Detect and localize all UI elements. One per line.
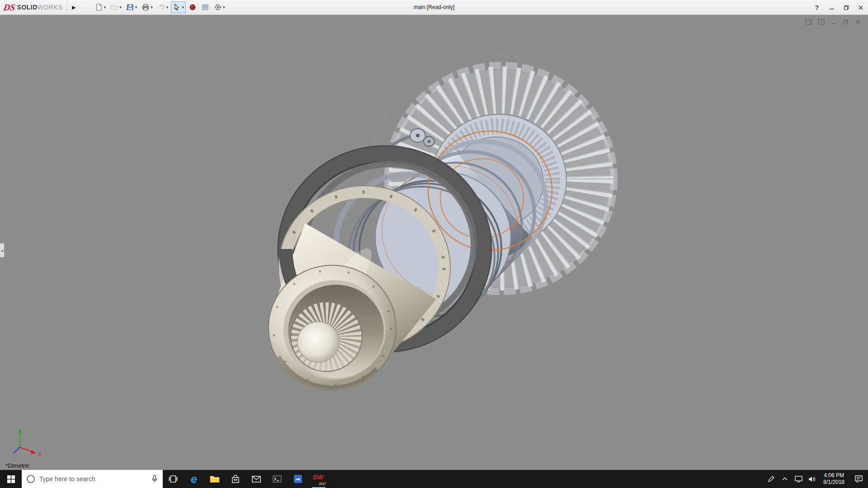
restore-icon [844,5,849,10]
view-orientation-label: *Dimetric [5,462,29,469]
tray-expand-caret-icon [782,477,788,481]
close-icon [858,5,863,10]
search-input[interactable] [39,475,147,483]
cortana-circle-icon [26,474,35,483]
action-center-icon [855,475,863,483]
sw-badge-year: 2017 [319,482,326,485]
new-document-icon [95,3,103,11]
child-minimize-icon [830,19,836,25]
ds-logo-icon: DS [3,2,16,13]
system-tray: 4:06 PM 8/1/2018 [764,470,868,488]
child-window-controls [805,18,862,25]
select-button[interactable]: ▾ [171,1,186,13]
console-icon [273,475,282,483]
windows-taskbar: e SW 2017 4:06 PM 8 [0,470,868,488]
taskbar-clock[interactable]: 4:06 PM 8/1/2018 [819,472,849,486]
clock-time: 4:06 PM [823,472,844,479]
store-icon [231,475,240,483]
pen-settings-button[interactable] [764,470,778,488]
close-button[interactable] [854,0,868,15]
caret-down-icon[interactable]: ▾ [119,5,122,9]
child-pane2-button[interactable] [817,18,825,25]
taskbar-solidworks-button[interactable]: SW 2017 [308,470,329,488]
document-title: main [Read-only] [414,4,455,10]
volume-button[interactable] [805,470,819,488]
windows-start-icon [7,475,15,483]
caret-down-icon[interactable]: ▾ [166,5,169,9]
minimize-icon [829,5,835,10]
volume-icon [808,476,816,483]
microphone-icon[interactable] [151,475,158,483]
taskbar-blue-app-button[interactable] [288,470,308,488]
caret-down-icon[interactable]: ▾ [135,5,137,9]
orientation-triad[interactable]: X [8,426,49,457]
new-document-button[interactable]: ▾ [93,1,108,13]
menu-flyout-arrow-icon[interactable]: ▶ [67,0,80,14]
task-view-icon [169,475,178,483]
evaluate-button[interactable] [199,1,211,13]
child-restore-icon [843,19,849,25]
pane-split-icon [818,19,825,25]
triad-z-axis [14,447,20,453]
task-view-button[interactable] [163,470,184,488]
minimize-button[interactable] [825,0,839,15]
pane-icon [806,19,812,25]
action-center-button[interactable] [849,470,868,488]
brand-works: WORKS [38,4,62,11]
taskbar-search[interactable] [22,470,163,488]
taskbar-edge-button[interactable]: e [184,470,204,488]
graphics-area[interactable]: ◀ X *Dimetric [0,15,868,470]
clock-date: 8/1/2018 [823,479,844,486]
triad-x-axis [20,447,33,452]
child-close-button[interactable] [854,18,862,25]
display-status-button[interactable] [792,470,805,488]
pen-icon [768,475,775,483]
sw-badge-text: SW [312,473,323,481]
blue-app-icon [293,474,302,483]
help-button[interactable]: ? [809,4,825,11]
undo-icon [157,3,165,11]
child-minimize-button[interactable] [829,18,837,25]
solidworks-app-icon: SW 2017 [312,473,325,485]
child-close-icon [855,19,861,25]
brand-solid: SOLID [17,4,38,11]
triad-x-label: X [38,451,42,457]
panel-collapse-arrow-icon: ◀ [1,249,3,252]
titlebar: DS SOLIDWORKS ▶ ▾ ▾ ▾ ▾ ▾ ▾ [0,0,868,15]
caret-down-icon[interactable]: ▾ [223,5,225,9]
child-restore-button[interactable] [841,18,849,25]
standard-toolbar: ▾ ▾ ▾ ▾ ▾ ▾ ▾ [93,1,227,13]
panel-flyout-tab[interactable]: ◀ [0,243,5,258]
solidworks-logo: DS SOLIDWORKS [0,0,67,14]
file-explorer-icon [210,475,220,483]
save-icon [126,3,134,11]
evaluate-grid-icon [201,3,209,11]
restore-button[interactable] [839,0,854,15]
child-pane-button[interactable] [805,18,813,25]
caret-down-icon[interactable]: ▾ [182,5,184,9]
start-button[interactable] [0,470,22,488]
mail-icon [252,476,261,483]
edge-icon: e [191,473,197,485]
taskbar-console-button[interactable] [267,470,288,488]
taskbar-mail-button[interactable] [246,470,267,488]
open-button[interactable]: ▾ [108,1,123,13]
caret-down-icon[interactable]: ▾ [151,5,153,9]
options-gear-icon [214,3,222,11]
select-cursor-icon [173,3,181,11]
appearance-sphere-icon [189,3,197,11]
window-controls: ? [809,0,868,15]
taskbar-store-button[interactable] [225,470,246,488]
print-button[interactable]: ▾ [140,1,155,13]
undo-button[interactable]: ▾ [156,1,170,13]
open-icon [110,3,118,11]
options-button[interactable]: ▾ [212,1,227,13]
engine-model-3d[interactable] [0,15,868,470]
tray-expand-button[interactable] [778,470,792,488]
print-icon [142,3,150,11]
display-icon [795,476,802,483]
taskbar-file-explorer-button[interactable] [204,470,225,488]
save-button[interactable]: ▾ [124,1,139,13]
appearance-button[interactable] [187,1,198,13]
caret-down-icon[interactable]: ▾ [104,5,106,9]
